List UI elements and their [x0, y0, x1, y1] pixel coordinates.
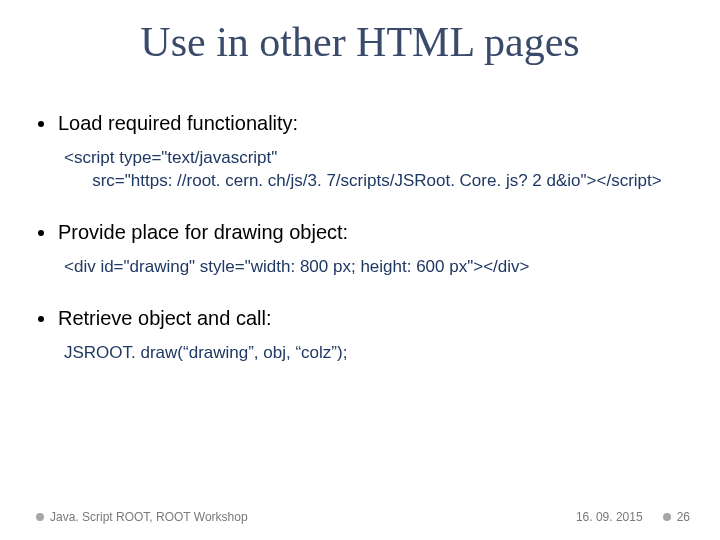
slide-content: Load required functionality: <script typ… — [38, 108, 678, 393]
footer-source: Java. Script ROOT, ROOT Workshop — [50, 510, 248, 524]
footer-page: 26 — [677, 510, 690, 524]
bullet-text: Retrieve object and call: — [58, 307, 271, 330]
footer-page-group: 26 — [663, 510, 690, 524]
bullet-item: Load required functionality: — [38, 112, 678, 135]
bullet-text: Load required functionality: — [58, 112, 298, 135]
footer-right: 16. 09. 2015 26 — [576, 510, 690, 524]
bullet-icon — [38, 316, 44, 322]
code-block: <script type="text/javascript" src="http… — [64, 147, 678, 193]
dot-icon — [663, 513, 671, 521]
footer-date: 16. 09. 2015 — [576, 510, 643, 524]
code-block: <div id="drawing" style="width: 800 px; … — [64, 256, 678, 279]
bullet-icon — [38, 230, 44, 236]
bullet-item: Provide place for drawing object: — [38, 221, 678, 244]
footer-left: Java. Script ROOT, ROOT Workshop — [36, 510, 248, 524]
bullet-icon — [38, 121, 44, 127]
code-block: JSROOT. draw(“drawing”, obj, “colz”); — [64, 342, 678, 365]
bullet-item: Retrieve object and call: — [38, 307, 678, 330]
dot-icon — [36, 513, 44, 521]
slide: Use in other HTML pages Load required fu… — [0, 0, 720, 540]
bullet-text: Provide place for drawing object: — [58, 221, 348, 244]
slide-title: Use in other HTML pages — [0, 18, 720, 66]
slide-footer: Java. Script ROOT, ROOT Workshop 16. 09.… — [36, 510, 690, 524]
